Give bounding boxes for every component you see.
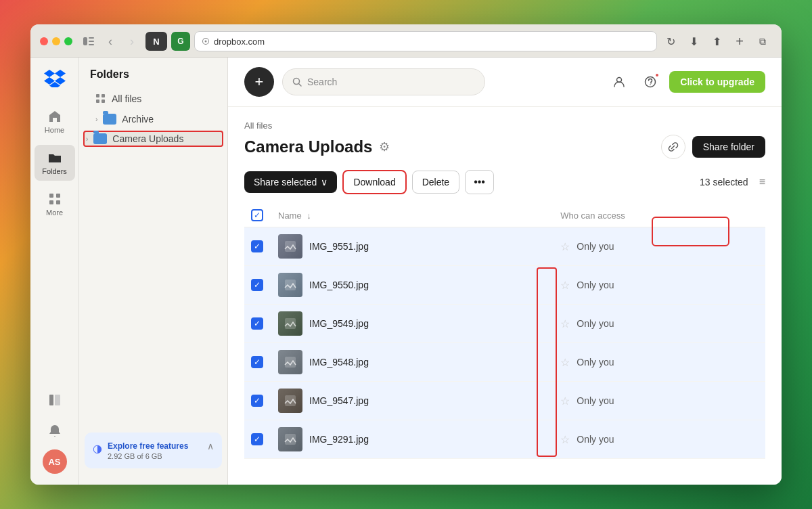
svg-rect-12 xyxy=(102,94,105,97)
back-button[interactable]: ‹ xyxy=(101,32,120,51)
download-button[interactable]: Download xyxy=(342,170,406,194)
svg-rect-13 xyxy=(102,99,105,103)
upgrade-button[interactable]: Click to upgrade xyxy=(669,71,765,93)
svg-rect-0 xyxy=(83,37,87,45)
file-checkbox-1[interactable]: ✓ xyxy=(251,279,263,291)
access-cell-5: ☆ Only you xyxy=(554,420,765,459)
folder-icon-2 xyxy=(93,133,107,144)
file-name-cell-1: IMG_9550.jpg xyxy=(271,266,554,305)
nav-item-home[interactable]: Home xyxy=(35,104,75,139)
star-icon-5[interactable]: ☆ xyxy=(560,433,570,446)
table-row[interactable]: ✓ IMG_9291.jpg ☆ Only you xyxy=(244,420,765,459)
file-name-0: IMG_9551.jpg xyxy=(309,241,369,252)
file-checkbox-0[interactable]: ✓ xyxy=(251,240,263,252)
new-tab-button[interactable]: + xyxy=(730,32,749,51)
svg-rect-4 xyxy=(49,194,53,198)
promo-title: Explore free features xyxy=(108,441,188,452)
main-header: + Search Click to upgrade xyxy=(228,58,782,107)
checkbox-cell-2: ✓ xyxy=(244,305,271,343)
nav-item-notifications[interactable] xyxy=(35,418,75,444)
browser-chrome: ‹ › N G dropbox.com ↻ ⬇ ⬆ + ⧉ xyxy=(30,24,782,58)
col-access-header: Who can access xyxy=(554,204,765,227)
star-icon-4[interactable]: ☆ xyxy=(560,395,570,407)
file-name-cell-4: IMG_9547.jpg xyxy=(271,382,554,420)
checkbox-cell-0: ✓ xyxy=(244,227,271,266)
forward-button[interactable]: › xyxy=(122,32,141,51)
delete-button[interactable]: Delete xyxy=(412,171,459,194)
access-text-5: Only you xyxy=(577,434,614,445)
nav-item-panel[interactable] xyxy=(35,387,75,413)
selected-count: 13 selected xyxy=(700,177,748,187)
star-icon-2[interactable]: ☆ xyxy=(560,317,570,330)
svg-rect-1 xyxy=(89,37,94,39)
avatar[interactable]: AS xyxy=(43,449,67,474)
file-name-cell-3: IMG_9548.jpg xyxy=(271,343,554,382)
checkbox-cell-1: ✓ xyxy=(244,266,271,305)
svg-rect-3 xyxy=(89,44,94,45)
address-bar[interactable]: dropbox.com xyxy=(194,31,657,51)
file-thumbnail-1 xyxy=(278,273,302,297)
table-row[interactable]: ✓ IMG_9549.jpg ☆ Only you xyxy=(244,305,765,343)
table-row[interactable]: ✓ IMG_9551.jpg ☆ Only you xyxy=(244,227,765,266)
share-folder-button[interactable]: Share folder xyxy=(692,136,765,158)
sidebar-item-all-files[interactable]: All files xyxy=(85,89,222,109)
file-checkbox-4[interactable]: ✓ xyxy=(251,395,263,407)
file-toolbar: Share selected ∨ Download Delete ••• 13 … xyxy=(244,170,765,194)
file-checkbox-3[interactable]: ✓ xyxy=(251,356,263,368)
sidebar-all-files-label: All files xyxy=(112,93,141,104)
sidebar-item-camera-uploads[interactable]: › Camera Uploads xyxy=(83,131,223,147)
download-manager-button[interactable]: ⬇ xyxy=(684,32,703,51)
star-icon-0[interactable]: ☆ xyxy=(560,240,570,253)
help-button[interactable] xyxy=(638,70,662,94)
promo-icon: ◑ xyxy=(93,442,102,455)
file-table: ✓ Name ↓ Who can access xyxy=(244,204,765,459)
more-button[interactable]: ••• xyxy=(465,170,494,194)
sidebar-promo[interactable]: ◑ Explore free features 2.92 GB of 6 GB … xyxy=(85,433,222,468)
promo-subtitle: 2.92 GB of 6 GB xyxy=(108,452,188,460)
col-name-header: Name ↓ xyxy=(271,204,554,227)
reload-button[interactable]: ↻ xyxy=(661,32,680,51)
file-name-cell-2: IMG_9549.jpg xyxy=(271,305,554,343)
file-area: All files Camera Uploads ⚙ Share folder xyxy=(228,107,782,485)
browser-toolbar: ‹ › N G dropbox.com ↻ ⬇ ⬆ + ⧉ xyxy=(79,31,772,51)
file-name-cell-0: IMG_9551.jpg xyxy=(271,227,554,266)
search-placeholder: Search xyxy=(307,76,337,87)
table-row[interactable]: ✓ IMG_9547.jpg ☆ Only you xyxy=(244,382,765,420)
share-button[interactable]: ⬆ xyxy=(707,32,726,51)
access-text-1: Only you xyxy=(577,280,614,290)
nav-label-home: Home xyxy=(45,126,64,134)
close-button[interactable] xyxy=(40,37,48,45)
search-bar[interactable]: Search xyxy=(282,68,485,95)
file-name-2: IMG_9549.jpg xyxy=(309,318,369,329)
nav-item-more[interactable]: More xyxy=(35,186,75,222)
view-toggle[interactable]: ≡ xyxy=(759,176,765,188)
nav-item-folders[interactable]: Folders xyxy=(35,145,75,181)
file-checkbox-2[interactable]: ✓ xyxy=(251,317,263,330)
add-button[interactable]: + xyxy=(244,67,274,97)
access-cell-4: ☆ Only you xyxy=(554,382,765,420)
copy-link-button[interactable] xyxy=(661,135,685,159)
account-button[interactable] xyxy=(607,70,631,94)
star-icon-1[interactable]: ☆ xyxy=(560,279,570,292)
table-row[interactable]: ✓ IMG_9550.jpg ☆ Only you xyxy=(244,266,765,305)
breadcrumb: All files xyxy=(244,120,765,131)
share-selected-button[interactable]: Share selected ∨ xyxy=(244,171,337,193)
tab-overview-button[interactable]: ⧉ xyxy=(753,32,772,51)
dropbox-logo[interactable] xyxy=(44,68,66,90)
select-all-checkbox[interactable]: ✓ xyxy=(251,209,263,221)
fullscreen-button[interactable] xyxy=(64,37,72,45)
minimize-button[interactable] xyxy=(52,37,60,45)
sidebar-toggle-button[interactable] xyxy=(79,32,98,51)
table-header-row: ✓ Name ↓ Who can access xyxy=(244,204,765,227)
header-actions: Click to upgrade xyxy=(607,70,765,94)
file-checkbox-5[interactable]: ✓ xyxy=(251,433,263,445)
promo-chevron[interactable]: ∧ xyxy=(207,441,214,451)
file-area-wrapper: All files Camera Uploads ⚙ Share folder xyxy=(228,107,782,485)
file-name-4: IMG_9547.jpg xyxy=(309,395,369,406)
settings-icon[interactable]: ⚙ xyxy=(379,139,390,154)
star-icon-3[interactable]: ☆ xyxy=(560,356,570,369)
header-checkbox-cell: ✓ xyxy=(244,204,271,227)
sidebar-item-archive[interactable]: › Archive xyxy=(85,109,222,129)
table-row[interactable]: ✓ IMG_9548.jpg ☆ Only you xyxy=(244,343,765,382)
traffic-lights xyxy=(40,37,72,45)
